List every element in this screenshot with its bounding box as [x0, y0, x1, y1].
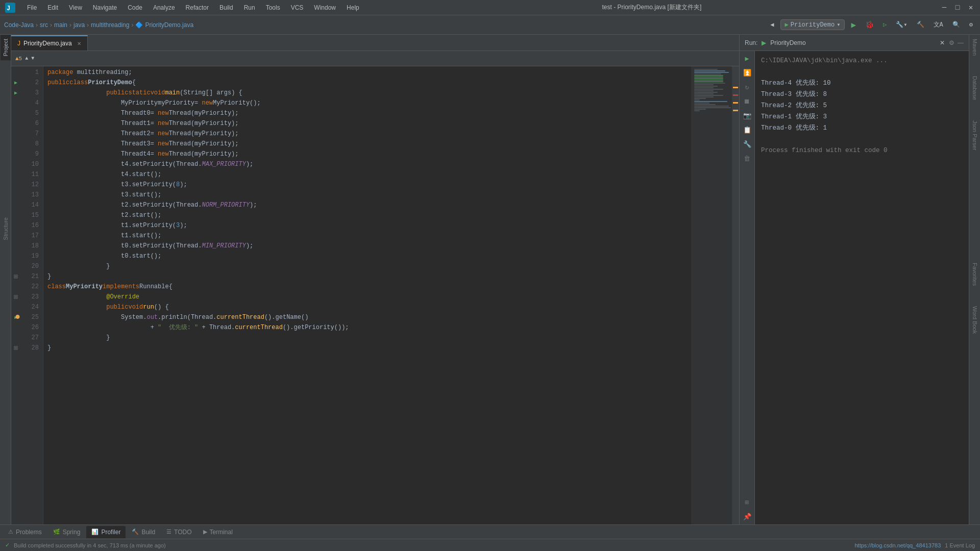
- run-label: Run:: [745, 39, 757, 46]
- run-config-dropdown[interactable]: ▾: [837, 21, 840, 29]
- menu-analyze[interactable]: Analyze: [149, 3, 179, 12]
- warning-nav-down[interactable]: ▼: [31, 56, 34, 61]
- breadcrumb-file[interactable]: 🔷: [135, 21, 143, 29]
- menu-build[interactable]: Build: [215, 3, 237, 12]
- settings-button[interactable]: ⚙: [966, 20, 976, 30]
- menu-run[interactable]: Run: [240, 3, 259, 12]
- code-line-21: }: [47, 271, 687, 282]
- bottom-tab-profiler[interactable]: 📊 Profiler: [86, 526, 126, 538]
- right-tab-database[interactable]: Database: [970, 72, 980, 104]
- tab-bar: J PriorityDemo.java ✕: [11, 35, 739, 51]
- right-tab-word-book[interactable]: Word Book: [970, 302, 980, 338]
- window-title: test - PriorityDemo.java [新建文件夹]: [602, 3, 702, 12]
- code-line-16: t1.setPriority(3);: [47, 220, 687, 231]
- menu-code[interactable]: Code: [124, 3, 146, 12]
- line-num-6: 6: [20, 118, 39, 129]
- line-num-1: 1: [20, 67, 39, 78]
- code-editor: ▶ ▶: [11, 66, 739, 524]
- tab-close-button[interactable]: ✕: [77, 41, 81, 46]
- run-filter-button[interactable]: 🔧: [742, 139, 753, 150]
- maximize-button[interactable]: □: [953, 4, 962, 12]
- menu-view[interactable]: View: [65, 3, 86, 12]
- run-output: C:\IDEA\JAVA\jdk\bin\java.exe ... Thread…: [755, 51, 969, 524]
- right-tab-maven[interactable]: Maven: [970, 35, 980, 60]
- breadcrumb-filename[interactable]: PriorityDemo.java: [145, 21, 193, 29]
- code-content[interactable]: package multithreading; public class Pri…: [43, 66, 691, 524]
- run-capture-button[interactable]: 📷: [742, 110, 753, 121]
- line-num-11: 11: [20, 169, 39, 180]
- fold-27[interactable]: [11, 343, 20, 353]
- right-tab-json-parser[interactable]: Json Parser: [970, 116, 980, 155]
- run-icon: ▶: [762, 39, 766, 46]
- run-again-button[interactable]: ▶: [742, 53, 753, 64]
- run-rerun-button[interactable]: ↻: [742, 82, 753, 93]
- run-gutter-3[interactable]: ▶: [11, 88, 20, 98]
- left-tab-structure[interactable]: Structure: [1, 213, 11, 244]
- line-num-28: 28: [20, 343, 39, 353]
- line-num-21: 21: [20, 271, 39, 282]
- line-num-8: 8: [20, 139, 39, 149]
- left-tab-project[interactable]: Project: [1, 35, 11, 60]
- line-num-22: 22: [20, 282, 39, 292]
- debug-button[interactable]: 🐞: [862, 19, 877, 30]
- menu-refactor[interactable]: Refactor: [182, 3, 213, 12]
- code-line-23: @Override: [47, 292, 687, 302]
- bottom-tab-todo-label: TODO: [174, 529, 191, 536]
- window-controls: ─ □ ✕: [940, 4, 975, 12]
- run-button[interactable]: ▶: [848, 19, 859, 31]
- code-line-12: t3.setPriority(8);: [47, 180, 687, 190]
- breadcrumb-code-java[interactable]: Code-Java: [4, 21, 34, 29]
- editor-tab-prioritydemo[interactable]: J PriorityDemo.java ✕: [11, 35, 88, 51]
- warning-nav-up[interactable]: ▲: [25, 56, 28, 61]
- breadcrumb-main[interactable]: main: [54, 21, 67, 29]
- status-url[interactable]: https://blog.csdn.net/qq_48413783: [854, 542, 941, 548]
- status-event-log[interactable]: 1 Event Log: [945, 542, 975, 548]
- menu-file[interactable]: File: [23, 3, 41, 12]
- menu-help[interactable]: Help: [342, 3, 363, 12]
- run-layout-button[interactable]: ⊞: [742, 497, 753, 508]
- run-pin-button[interactable]: 📌: [742, 511, 753, 522]
- menu-navigate[interactable]: Navigate: [89, 3, 121, 12]
- menu-vcs[interactable]: VCS: [287, 3, 308, 12]
- run-panel: Run: ▶ PriorityDemo ✕ ⚙ — ▶ ⏫ ↻ ⏹ 📷 📋 🔧 …: [739, 35, 969, 524]
- fold-22[interactable]: [11, 292, 20, 302]
- run-stop-button[interactable]: ⏫: [742, 67, 753, 79]
- run-panel-toolbar: ▶ ⏫ ↻ ⏹ 📷 📋 🔧 🗑 ⊞ 📌: [740, 51, 755, 524]
- breadcrumb-multithreading[interactable]: multithreading: [91, 21, 129, 29]
- close-button[interactable]: ✕: [967, 4, 975, 12]
- bottom-tab-terminal[interactable]: ▶ Terminal: [198, 526, 238, 538]
- fold-20[interactable]: [11, 271, 20, 282]
- run-panel-title[interactable]: PriorityDemo: [770, 39, 936, 46]
- coverage-button[interactable]: ▷: [880, 20, 890, 30]
- minimize-button[interactable]: ─: [940, 4, 948, 12]
- warn-stripe-3: [733, 102, 738, 104]
- code-main-wrapper: ▶ ▶: [11, 66, 739, 524]
- run-stop-process-button[interactable]: ⏹: [742, 96, 753, 107]
- menu-tools[interactable]: Tools: [262, 3, 284, 12]
- run-panel-settings[interactable]: ⚙: [949, 39, 954, 46]
- run-settings-button[interactable]: 📋: [742, 124, 753, 136]
- menu-edit[interactable]: Edit: [43, 3, 62, 12]
- search-button[interactable]: 🔍: [949, 20, 963, 30]
- breadcrumb-java[interactable]: java: [74, 21, 85, 29]
- bottom-tab-build[interactable]: 🔨 Build: [127, 526, 160, 538]
- run-panel-minimize[interactable]: —: [958, 39, 964, 46]
- menu-window[interactable]: Window: [310, 3, 340, 12]
- breadcrumb-src[interactable]: src: [40, 21, 48, 29]
- translate-button[interactable]: 文A: [930, 19, 946, 30]
- bottom-tab-spring[interactable]: 🌿 Spring: [48, 526, 86, 538]
- run-config-selector[interactable]: ▶ PriorityDemo ▾: [780, 19, 845, 30]
- run-gutter-24[interactable]: ▶⬤: [11, 312, 20, 322]
- code-line-14: t2.setPriority(Thread.NORM_PRIORITY);: [47, 200, 687, 210]
- run-delete-button[interactable]: 🗑: [742, 153, 753, 164]
- run-gutter-2[interactable]: ▶: [11, 78, 20, 88]
- profile-dropdown[interactable]: 🔧▾: [893, 20, 910, 30]
- bottom-tab-problems[interactable]: ⚠ Problems: [3, 526, 47, 538]
- right-tab-favorites[interactable]: Favorites: [970, 259, 980, 290]
- line-numbers: 1 2 3 4 5 6 7 8 9 10 11 12 13 14 15 16 1: [20, 66, 43, 524]
- build-button[interactable]: 🔨: [914, 20, 927, 30]
- back-button[interactable]: ◀: [767, 20, 777, 30]
- code-line-8: Thread t3 = new Thread(myPriority);: [47, 139, 687, 149]
- bottom-tab-todo[interactable]: ☰ TODO: [161, 526, 197, 538]
- run-panel-close-tab[interactable]: ✕: [940, 39, 945, 46]
